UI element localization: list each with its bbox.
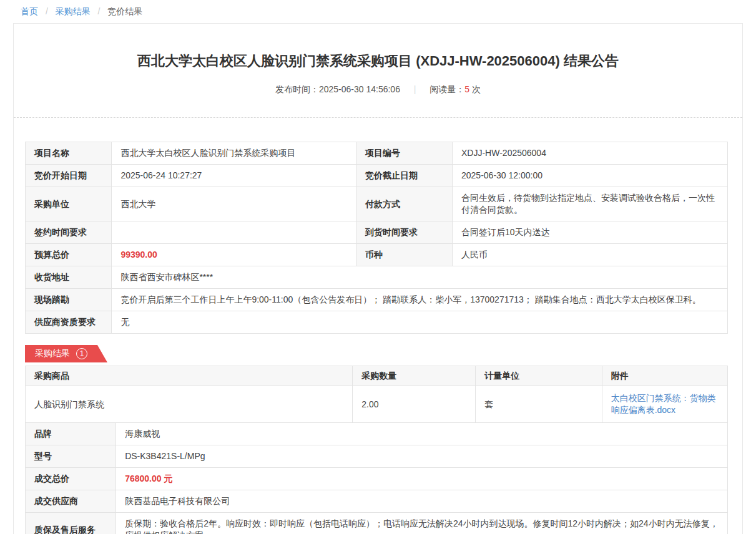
award-total-price: 76800.00 元 xyxy=(116,468,728,490)
detail-label: 型号 xyxy=(26,445,116,468)
procurement-result-badge: 采购结果 1 xyxy=(25,345,107,362)
detail-label: 质保及售后服务 xyxy=(26,513,116,534)
detail-label: 品牌 xyxy=(26,423,116,445)
detail-label: 收货地址 xyxy=(26,266,112,289)
table-row: 品牌 海康威视 xyxy=(26,423,728,445)
views-label: 阅读量： xyxy=(430,84,464,94)
views-count: 5 xyxy=(464,84,469,94)
detail-label: 成交总价 xyxy=(26,468,116,490)
detail-value: 西北大学 xyxy=(112,187,356,221)
detail-value: 合同签订后10天内送达 xyxy=(453,221,728,244)
attachment-link[interactable]: 太白校区门禁系统：货物类响应偏离表.docx xyxy=(611,393,716,415)
detail-label: 项目名称 xyxy=(26,142,112,165)
detail-label: 现场踏勘 xyxy=(26,289,112,311)
warranty-value: 质保期：验收合格后2年。响应时效：即时响应（包括电话响应）；电话响应无法解决24… xyxy=(116,513,728,534)
detail-label: 签约时间要求 xyxy=(26,221,112,244)
column-header: 采购数量 xyxy=(353,366,476,386)
table-header-row: 采购商品 采购数量 计量单位 附件 xyxy=(26,366,728,386)
table-row: 收货地址 陕西省西安市碑林区**** xyxy=(26,266,728,289)
announcement-meta: 发布时间：2025-06-30 14:56:06 | 阅读量：5 次 xyxy=(14,84,742,95)
detail-label: 采购单位 xyxy=(26,187,112,221)
project-details-table: 项目名称 西北大学太白校区人脸识别门禁系统采购项目 项目编号 XDJJ-HW-2… xyxy=(25,142,728,334)
table-row: 供应商资质要求 无 xyxy=(26,311,728,334)
breadcrumb-current: 竞价结果 xyxy=(107,6,142,16)
award-details-table: 品牌 海康威视 型号 DS-K3B421S-L/MPg 成交总价 76800.0… xyxy=(25,422,728,534)
table-row: 质保及售后服务 质保期：验收合格后2年。响应时效：即时响应（包括电话响应）；电话… xyxy=(26,513,728,534)
detail-value: 合同生效后，待货物到达指定地点、安装调试验收合格后，一次性付清合同货款。 xyxy=(453,187,728,221)
table-row: 型号 DS-K3B421S-L/MPg xyxy=(26,445,728,468)
detail-value: 竞价开启后第三个工作日上午上午9:00-11:00（包含公告发布日）； 踏勘联系… xyxy=(112,289,728,311)
detail-label: 预算总价 xyxy=(26,244,112,266)
detail-label: 成交供应商 xyxy=(26,490,116,513)
detail-value: 2025-06-24 10:27:27 xyxy=(112,165,356,187)
badge-label: 采购结果 xyxy=(35,348,70,359)
breadcrumb-home-link[interactable]: 首页 xyxy=(21,6,38,16)
table-row: 竞价开始日期 2025-06-24 10:27:27 竞价截止日期 2025-0… xyxy=(26,165,728,187)
table-row: 项目名称 西北大学太白校区人脸识别门禁系统采购项目 项目编号 XDJJ-HW-2… xyxy=(26,142,728,165)
announcement-card: 西北大学太白校区人脸识别门禁系统采购项目 (XDJJ-HW-202506004)… xyxy=(13,23,743,534)
breadcrumb-procurement-results-link[interactable]: 采购结果 xyxy=(56,6,91,16)
badge-number-icon: 1 xyxy=(76,348,87,359)
detail-value: 无 xyxy=(112,311,728,334)
detail-value: 西北大学太白校区人脸识别门禁系统采购项目 xyxy=(112,142,356,165)
detail-label: 项目编号 xyxy=(356,142,452,165)
supplier-value: 陕西基品电子科技有限公司 xyxy=(116,490,728,513)
page-title: 西北大学太白校区人脸识别门禁系统采购项目 (XDJJ-HW-202506004)… xyxy=(64,52,692,70)
product-name: 人脸识别门禁系统 xyxy=(26,386,353,423)
publish-time-value: 2025-06-30 14:56:06 xyxy=(319,84,400,94)
detail-value: 人民币 xyxy=(453,244,728,266)
views-unit: 次 xyxy=(472,84,481,94)
publish-time-label: 发布时间： xyxy=(275,84,319,94)
detail-label: 到货时间要求 xyxy=(356,221,452,244)
detail-label: 竞价开始日期 xyxy=(26,165,112,187)
detail-label: 付款方式 xyxy=(356,187,452,221)
detail-label: 供应商资质要求 xyxy=(26,311,112,334)
product-quantity: 2.00 xyxy=(353,386,476,423)
table-row: 采购单位 西北大学 付款方式 合同生效后，待货物到达指定地点、安装调试验收合格后… xyxy=(26,187,728,221)
breadcrumb-separator: / xyxy=(98,6,101,16)
column-header: 附件 xyxy=(602,366,727,386)
brand-value: 海康威视 xyxy=(116,423,728,445)
breadcrumb-separator: / xyxy=(46,6,48,16)
procurement-result-section: 采购商品 采购数量 计量单位 附件 人脸识别门禁系统 2.00 套 太白校区门禁… xyxy=(14,362,742,534)
column-header: 采购商品 xyxy=(26,366,353,386)
table-row: 预算总价 99390.00 币种 人民币 xyxy=(26,244,728,266)
detail-label: 竞价截止日期 xyxy=(356,165,452,187)
table-row: 成交总价 76800.00 元 xyxy=(26,468,728,490)
detail-value: 陕西省西安市碑林区**** xyxy=(112,266,728,289)
product-unit: 套 xyxy=(476,386,602,423)
project-details-section: 项目名称 西北大学太白校区人脸识别门禁系统采购项目 项目编号 XDJJ-HW-2… xyxy=(14,118,742,334)
table-row: 现场踏勘 竞价开启后第三个工作日上午上午9:00-11:00（包含公告发布日）；… xyxy=(26,289,728,311)
table-row: 人脸识别门禁系统 2.00 套 太白校区门禁系统：货物类响应偏离表.docx xyxy=(26,386,728,423)
breadcrumb: 首页 / 采购结果 / 竞价结果 xyxy=(0,0,756,23)
table-row: 成交供应商 陕西基品电子科技有限公司 xyxy=(26,490,728,513)
detail-value xyxy=(112,221,356,244)
column-header: 计量单位 xyxy=(476,366,602,386)
budget-total-price: 99390.00 xyxy=(112,244,356,266)
model-value: DS-K3B421S-L/MPg xyxy=(116,445,728,468)
detail-value: 2025-06-30 12:00:00 xyxy=(453,165,728,187)
detail-label: 币种 xyxy=(356,244,452,266)
meta-divider: | xyxy=(414,84,416,94)
procurement-result-table: 采购商品 采购数量 计量单位 附件 人脸识别门禁系统 2.00 套 太白校区门禁… xyxy=(25,366,728,423)
table-row: 签约时间要求 到货时间要求 合同签订后10天内送达 xyxy=(26,221,728,244)
detail-value: XDJJ-HW-202506004 xyxy=(453,142,728,165)
